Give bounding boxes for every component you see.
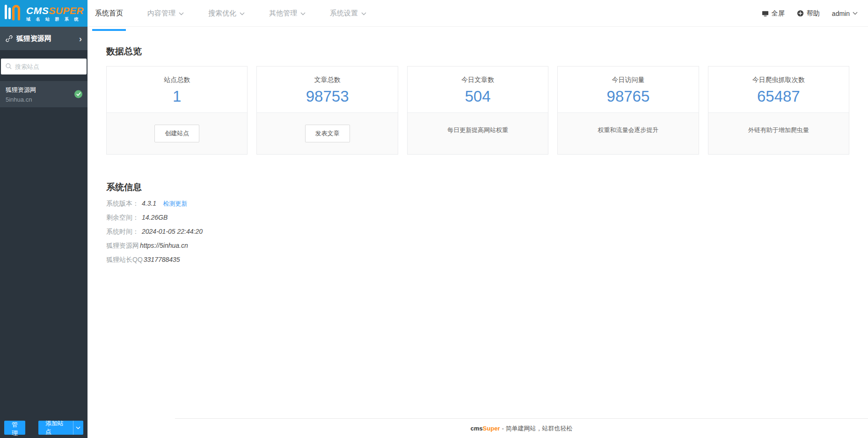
stat-title: 今日爬虫抓取次数 (752, 76, 805, 84)
chevron-down-icon (361, 12, 366, 15)
header-right-actions: 全屏 帮助 admin (762, 0, 858, 27)
info-label: 狐狸资源网 (106, 242, 139, 249)
site-status-check-icon (74, 90, 82, 98)
stat-card-today-articles: 今日文章数 504 每日更新提高网站权重 (407, 66, 548, 155)
publish-article-button[interactable]: 发表文章 (305, 125, 350, 142)
check-update-link[interactable]: 检测更新 (163, 200, 187, 207)
tab-settings-label: 系统设置 (330, 9, 358, 18)
info-label: 剩余空间： (106, 214, 139, 221)
fullscreen-label: 全屏 (772, 9, 785, 18)
stat-card-today-crawls: 今日爬虫抓取次数 65487 外链有助于增加爬虫量 (708, 66, 849, 155)
stat-card-today-visits: 今日访问量 98765 权重和流量会逐步提升 (557, 66, 699, 155)
info-row-site-url: 狐狸资源网https://5inhua.cn (106, 242, 868, 250)
stat-card-sites: 站点总数 1 创建站点 (106, 66, 248, 155)
sidebar-site-header[interactable]: 狐狸资源网 › (0, 27, 88, 50)
footer-tagline: - 简单建网站，站群也轻松 (502, 424, 572, 433)
tab-other-management[interactable]: 其他管理 (262, 0, 313, 27)
info-value: https://5inhua.cn (140, 242, 188, 249)
tab-content-label: 内容管理 (147, 9, 175, 18)
stat-value: 98753 (306, 88, 349, 105)
stat-title: 今日访问量 (612, 76, 644, 84)
tab-seo[interactable]: 搜索优化 (201, 0, 252, 27)
stat-cards: 站点总数 1 创建站点 文章总数 98753 发表文章 今日文章数 (106, 66, 849, 155)
add-site-split-button: 添加站点 (38, 421, 83, 435)
info-value: 2024-01-05 22:44:20 (142, 228, 203, 235)
info-row-qq: 狐狸站长QQ3317788435 (106, 256, 868, 264)
chevron-down-icon (300, 12, 306, 15)
tab-home-label: 系统首页 (95, 9, 123, 18)
stat-value: 98765 (607, 88, 650, 105)
footer-brand-cms: cms (471, 425, 483, 432)
help-label: 帮助 (807, 9, 820, 18)
username: admin (832, 10, 850, 17)
tab-home[interactable]: 系统首页 (88, 0, 131, 27)
main-nav-tabs: 系统首页 内容管理 搜索优化 其他管理 系统设置 (88, 0, 383, 27)
info-value: 4.3.1 (142, 200, 156, 207)
info-row-time: 系统时间：2024-01-05 22:44:20 (106, 228, 868, 236)
stat-note: 权重和流量会逐步提升 (598, 126, 658, 134)
brand-super: SUPER (49, 5, 84, 16)
monitor-icon (762, 10, 769, 17)
logo-bars-icon (4, 4, 23, 23)
chevron-down-icon (76, 426, 80, 430)
tab-content-management[interactable]: 内容管理 (140, 0, 191, 27)
top-header: CMSSUPER 域 名 站 群 系 统 系统首页 内容管理 搜索优化 其他管理 (0, 0, 868, 27)
chevron-down-icon (853, 12, 858, 15)
stat-note: 每日更新提高网站权重 (447, 126, 508, 134)
info-row-version: 系统版本：4.3.1检测更新 (106, 200, 868, 208)
site-list-item[interactable]: 狐狸资源网 5inhua.cn (0, 81, 88, 107)
info-label: 系统版本： (106, 200, 139, 207)
app-logo[interactable]: CMSSUPER 域 名 站 群 系 统 (0, 0, 88, 27)
overview-title: 数据总览 (106, 45, 868, 58)
brand-subtitle: 域 名 站 群 系 统 (26, 17, 84, 22)
user-menu[interactable]: admin (832, 10, 858, 17)
info-row-space: 剩余空间：14.26GB (106, 214, 868, 222)
stat-note: 外链有助于增加爬虫量 (748, 126, 809, 134)
stat-value: 1 (173, 88, 181, 105)
cms-admin-dashboard: CMSSUPER 域 名 站 群 系 统 系统首页 内容管理 搜索优化 其他管理 (0, 0, 868, 438)
manage-button[interactable]: 管理 (4, 421, 25, 435)
help-icon (797, 10, 804, 17)
create-site-button[interactable]: 创建站点 (154, 125, 199, 142)
footer-brand-super: Super (483, 425, 500, 432)
site-domain: 5inhua.cn (6, 96, 82, 103)
collapse-chevron-icon[interactable]: › (79, 34, 82, 43)
chevron-down-icon (179, 12, 184, 15)
add-site-dropdown-toggle[interactable] (73, 421, 83, 435)
fullscreen-button[interactable]: 全屏 (762, 9, 785, 18)
main-content: 数据总览 站点总数 1 创建站点 文章总数 98753 发表文章 (88, 27, 868, 438)
search-icon (5, 63, 12, 70)
tab-seo-label: 搜索优化 (208, 9, 236, 18)
brand-cms: CMS (26, 5, 49, 16)
logo-text: CMSSUPER 域 名 站 群 系 统 (26, 6, 84, 22)
add-site-button[interactable]: 添加站点 (38, 421, 73, 435)
info-label: 系统时间： (106, 228, 139, 235)
info-label: 狐狸站长QQ (106, 256, 143, 263)
help-button[interactable]: 帮助 (797, 9, 820, 18)
stat-value: 504 (465, 88, 490, 105)
stat-value: 65487 (757, 88, 800, 105)
info-value: 14.26GB (142, 214, 168, 221)
stat-title: 今日文章数 (461, 76, 494, 84)
system-info-title: 系统信息 (106, 181, 868, 193)
sidebar: 狐狸资源网 › 狐狸资源网 5inhua.cn 管理 添加站点 (0, 27, 88, 438)
chevron-down-icon (240, 12, 245, 15)
system-info-section: 系统信息 系统版本：4.3.1检测更新 剩余空间：14.26GB 系统时间：20… (106, 181, 868, 264)
sidebar-bottom-actions: 管理 添加站点 (4, 421, 83, 435)
footer: cmsSuper - 简单建网站，站群也轻松 (175, 418, 868, 438)
tab-system-settings[interactable]: 系统设置 (322, 0, 374, 27)
tab-other-label: 其他管理 (269, 9, 297, 18)
link-icon (6, 35, 13, 42)
stat-title: 文章总数 (314, 76, 341, 84)
site-search (0, 50, 88, 74)
stat-title: 站点总数 (164, 76, 190, 84)
site-name: 狐狸资源网 (6, 86, 82, 94)
search-input[interactable] (1, 59, 87, 74)
info-value: 3317788435 (144, 256, 180, 263)
sidebar-site-title: 狐狸资源网 (16, 34, 79, 43)
stat-card-articles: 文章总数 98753 发表文章 (256, 66, 398, 155)
